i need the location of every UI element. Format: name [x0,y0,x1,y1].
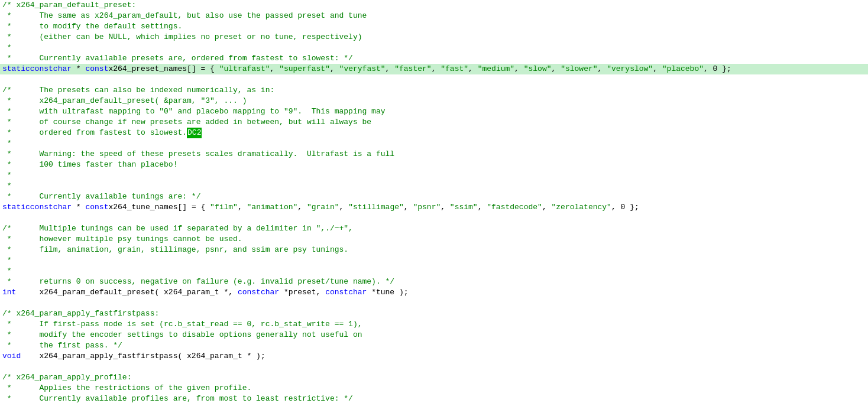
code-line: * 100 times faster than placebo! [0,160,868,170]
code-line: * [0,266,868,277]
code-line: void x264_param_apply_fastfirstpass( x26… [0,351,868,362]
code-line: * of course change if new presets are ad… [0,117,868,128]
code-line [0,74,868,85]
code-line: /* Multiple tunings can be used if separ… [0,223,868,234]
code-line: static const char * const x264_preset_na… [0,64,868,74]
code-line: * returns 0 on success, negative on fail… [0,277,868,287]
code-line: * [0,170,868,181]
code-line: * Currently available profiles are, from… [0,394,868,403]
code-line: * film, animation, grain, stillimage, ps… [0,245,868,255]
code-line: * The same as x264_param_default, but al… [0,11,868,21]
code-line: * Currently available presets are, order… [0,53,868,64]
code-line: * the first pass. */ [0,340,868,351]
code-block: /* x264_param_default_preset: * The same… [0,0,868,403]
code-line: * (either can be NULL, which implies no … [0,32,868,43]
code-line: * modify the encoder settings to disable… [0,330,868,340]
code-line [0,362,868,372]
code-line: * Currently available tunings are: */ [0,191,868,202]
code-line: * x264_param_default_preset( &param, "3"… [0,96,868,106]
code-line: * Warning: the speed of these presets sc… [0,149,868,160]
code-line: /* x264_param_default_preset: [0,0,868,11]
code-line: * [0,43,868,53]
code-line: static const char * const x264_tune_name… [0,202,868,213]
code-line: * If first-pass mode is set (rc.b_stat_r… [0,319,868,330]
code-line: /* The presets can also be indexed numer… [0,85,868,96]
code-line: * to modify the default settings. [0,21,868,32]
code-line: * however multiple psy tunings cannot be… [0,234,868,245]
code-line [0,213,868,223]
code-line: /* x264_param_apply_profile: [0,372,868,383]
code-line: * with ultrafast mapping to "0" and plac… [0,106,868,117]
code-line: * [0,138,868,149]
code-line: * Applies the restrictions of the given … [0,383,868,394]
code-line: * ordered from fastest to slowest.DC2 [0,128,868,138]
code-line [0,298,868,308]
code-line: * [0,255,868,266]
code-container: /* x264_param_default_preset: * The same… [0,0,868,403]
code-line: int x264_param_default_preset( x264_para… [0,287,868,298]
code-line: * [0,181,868,191]
code-line: /* x264_param_apply_fastfirstpass: [0,308,868,319]
